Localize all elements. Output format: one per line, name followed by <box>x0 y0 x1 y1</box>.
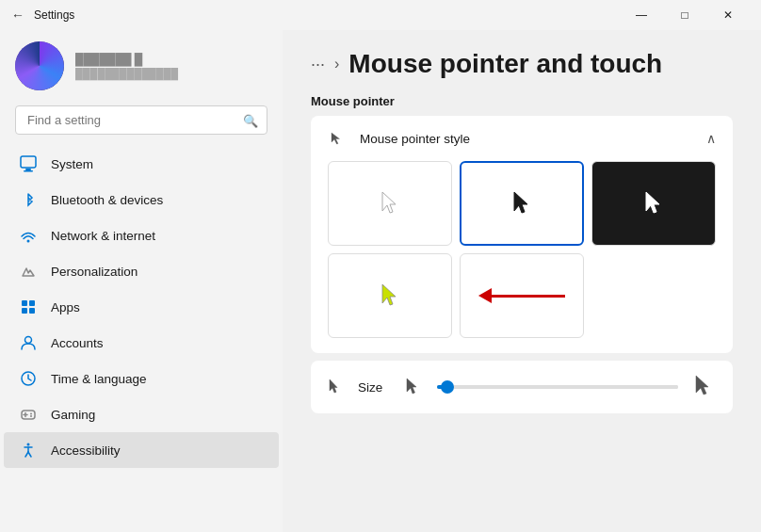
search-box: 🔍 <box>15 105 267 135</box>
pointer-style-icon <box>328 129 347 148</box>
svg-rect-4 <box>22 300 27 306</box>
card-header[interactable]: Mouse pointer style ∧ <box>311 116 733 161</box>
content-area: ··· › Mouse pointer and touch Mouse poin… <box>283 30 761 532</box>
svg-point-3 <box>27 240 30 243</box>
nav-network-label: Network & internet <box>51 229 155 243</box>
red-arrow <box>478 288 565 303</box>
nav-gaming-label: Gaming <box>51 408 95 422</box>
svg-point-14 <box>30 415 32 417</box>
nav-personalization-label: Personalization <box>51 265 138 279</box>
system-icon <box>19 154 38 173</box>
nav-bluetooth[interactable]: Bluetooth & devices <box>4 182 279 218</box>
card-header-left: Mouse pointer style <box>328 129 470 148</box>
size-slider-track[interactable] <box>437 385 678 389</box>
personalization-icon <box>19 262 38 281</box>
svg-rect-2 <box>24 170 33 172</box>
breadcrumb-chevron: › <box>334 56 339 73</box>
pointer-option-white[interactable] <box>328 161 452 246</box>
page-header: ··· › Mouse pointer and touch <box>311 30 733 94</box>
nav-network[interactable]: Network & internet <box>4 218 279 253</box>
pointer-option-red[interactable] <box>460 253 584 338</box>
network-icon <box>19 226 38 245</box>
page-title: Mouse pointer and touch <box>348 49 662 79</box>
close-button[interactable]: ✕ <box>706 0 750 30</box>
accessibility-icon <box>19 441 38 459</box>
svg-rect-0 <box>21 156 36 168</box>
card-header-title: Mouse pointer style <box>360 132 470 146</box>
nav-system-label: System <box>51 157 93 171</box>
arrow-line <box>490 295 565 298</box>
minimize-button[interactable]: — <box>620 0 663 30</box>
nav-accessibility[interactable]: Accessibility <box>4 432 279 468</box>
pointer-option-yellow[interactable] <box>328 253 452 338</box>
avatar-image <box>15 41 64 90</box>
accounts-icon <box>19 333 38 352</box>
size-cursor-medium <box>405 377 422 397</box>
nav-time[interactable]: Time & language <box>4 361 279 396</box>
search-icon: 🔍 <box>243 113 258 127</box>
nav-gaming[interactable]: Gaming <box>4 396 279 432</box>
svg-rect-1 <box>25 169 31 170</box>
svg-point-8 <box>25 337 32 344</box>
size-cursor-small <box>328 378 343 396</box>
pointer-option-selected[interactable] <box>460 161 584 246</box>
user-email: ██████████████ <box>75 68 178 79</box>
nav-accounts[interactable]: Accounts <box>4 325 279 361</box>
titlebar-controls: — □ ✕ <box>620 0 750 30</box>
nav-time-label: Time & language <box>51 372 147 386</box>
titlebar-title: Settings <box>34 8 74 22</box>
pointer-option-inverted[interactable] <box>591 161 716 246</box>
size-label: Size <box>358 380 382 395</box>
size-slider-fill <box>437 385 678 389</box>
pointer-style-card: Mouse pointer style ∧ <box>311 116 733 353</box>
gaming-icon <box>19 405 38 424</box>
size-cursor-large <box>693 374 716 400</box>
chevron-up-icon[interactable]: ∧ <box>706 131 716 146</box>
titlebar: ← Settings — □ ✕ <box>0 0 761 30</box>
apps-icon <box>19 298 38 316</box>
size-card: Size <box>311 361 733 413</box>
section-label: Mouse pointer <box>311 94 733 108</box>
nav-system[interactable]: System <box>4 146 279 182</box>
breadcrumb-dots[interactable]: ··· <box>311 55 325 74</box>
user-profile[interactable]: ███████ █ ██████████████ <box>0 30 283 105</box>
sidebar: ███████ █ ██████████████ 🔍 System <box>0 30 283 532</box>
back-icon[interactable]: ← <box>11 8 24 23</box>
nav-bluetooth-label: Bluetooth & devices <box>51 193 163 207</box>
svg-rect-5 <box>29 300 35 306</box>
nav-apps-label: Apps <box>51 300 80 314</box>
nav-accessibility-label: Accessibility <box>51 443 121 458</box>
nav-apps[interactable]: Apps <box>4 289 279 325</box>
user-name: ███████ █ <box>75 53 178 66</box>
time-icon <box>19 369 38 388</box>
bluetooth-icon <box>19 190 38 209</box>
nav-personalization[interactable]: Personalization <box>4 253 279 289</box>
pointer-options-grid <box>311 161 733 353</box>
search-input[interactable] <box>15 105 267 135</box>
svg-rect-6 <box>22 308 27 314</box>
nav-accounts-label: Accounts <box>51 336 104 350</box>
size-slider-thumb[interactable] <box>441 380 454 394</box>
titlebar-left: ← Settings <box>11 8 74 23</box>
app-body: ███████ █ ██████████████ 🔍 System <box>0 30 761 532</box>
svg-rect-7 <box>29 308 35 314</box>
avatar <box>15 41 64 90</box>
svg-point-13 <box>30 413 32 415</box>
user-info: ███████ █ ██████████████ <box>75 53 178 79</box>
svg-point-15 <box>27 443 30 446</box>
maximize-button[interactable]: □ <box>663 0 706 30</box>
